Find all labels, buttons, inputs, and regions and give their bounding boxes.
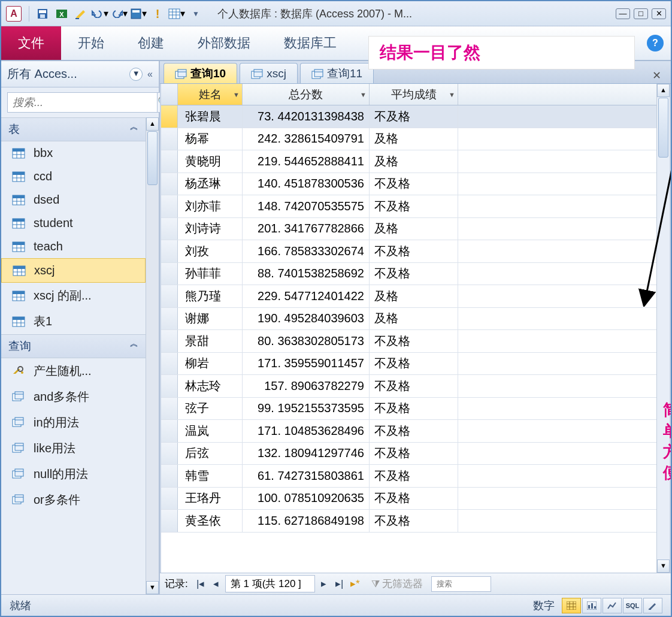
table-row[interactable]: 刘亦菲148. 742070535575不及格	[161, 195, 656, 218]
column-dropdown-icon[interactable]: ▼	[360, 91, 367, 98]
maximize-button[interactable]: □	[634, 8, 648, 19]
column-header-score[interactable]: 总分数▼	[243, 84, 370, 105]
cell-score[interactable]: 148. 742070535575	[243, 195, 370, 217]
table-row[interactable]: 黄圣依115. 627186849198不及格	[161, 510, 656, 533]
row-selector[interactable]	[161, 510, 178, 532]
document-tab[interactable]: 查询11	[300, 63, 374, 83]
column-dropdown-icon[interactable]: ▼	[233, 91, 240, 98]
cell-avg[interactable]: 不及格	[370, 195, 458, 217]
cell-avg[interactable]: 不及格	[370, 420, 458, 442]
cell-name[interactable]: 黄圣依	[178, 510, 243, 532]
cell-score[interactable]: 171. 104853628496	[243, 420, 370, 442]
datasheet-scroll-up-icon[interactable]: ▲	[657, 84, 670, 97]
cell-avg[interactable]: 不及格	[370, 105, 458, 128]
cell-score[interactable]: 80. 3638302805173	[243, 330, 370, 352]
table-row[interactable]: 刘诗诗201. 341767782866及格	[161, 218, 656, 241]
datasheet-scroll-thumb[interactable]	[658, 98, 668, 158]
table-row[interactable]: 韩雪61. 7427315803861不及格	[161, 465, 656, 488]
cell-avg[interactable]: 不及格	[370, 510, 458, 532]
row-selector[interactable]	[161, 128, 178, 150]
ribbon-file-tab[interactable]: 文件	[1, 26, 61, 60]
cell-name[interactable]: 张碧晨	[178, 105, 243, 128]
nav-group-header[interactable]: 查询︽	[1, 334, 146, 358]
table-row[interactable]: 黄晓明219. 544652888411及格	[161, 150, 656, 173]
row-selector[interactable]	[161, 330, 178, 352]
cell-avg[interactable]: 不及格	[370, 443, 458, 465]
cell-score[interactable]: 157. 89063782279	[243, 375, 370, 397]
row-selector[interactable]	[161, 443, 178, 465]
cell-score[interactable]: 99. 1952155373595	[243, 398, 370, 420]
table-row[interactable]: 后弦132. 180941297746不及格	[161, 443, 656, 465]
cell-score[interactable]: 171. 359559011457	[243, 353, 370, 375]
cell-avg[interactable]: 不及格	[370, 263, 458, 285]
row-selector[interactable]	[161, 353, 178, 375]
table-row[interactable]: 弦子99. 1952155373595不及格	[161, 398, 656, 421]
qat-excel-icon[interactable]: X	[53, 5, 70, 22]
nav-query-item[interactable]: and多条件	[1, 384, 146, 410]
table-row[interactable]: 谢娜190. 495284039603及格	[161, 308, 656, 331]
nav-table-item[interactable]: xscj 的副...	[1, 283, 146, 308]
cell-score[interactable]: 190. 495284039603	[243, 308, 370, 330]
qat-customize-icon[interactable]: ▼	[187, 5, 204, 22]
table-row[interactable]: 刘孜166. 785833302674不及格	[161, 240, 656, 263]
cell-avg[interactable]: 不及格	[370, 173, 458, 195]
nav-group-header[interactable]: 表︽	[1, 117, 146, 141]
nav-query-item[interactable]: in的用法	[1, 410, 146, 435]
cell-name[interactable]: 刘诗诗	[178, 218, 243, 240]
cell-name[interactable]: 刘孜	[178, 240, 243, 262]
cell-avg[interactable]: 不及格	[370, 398, 458, 420]
cell-name[interactable]: 温岚	[178, 420, 243, 442]
nav-scroll-down-icon[interactable]: ▼	[146, 581, 159, 594]
cell-avg[interactable]: 及格	[370, 308, 458, 330]
cell-score[interactable]: 242. 328615409791	[243, 128, 370, 150]
cell-name[interactable]: 柳岩	[178, 353, 243, 375]
cell-score[interactable]: 100. 078510920635	[243, 488, 370, 510]
select-all-corner[interactable]	[161, 84, 178, 105]
cell-name[interactable]: 刘亦菲	[178, 195, 243, 217]
nav-table-item[interactable]: xscj	[1, 258, 146, 283]
qat-table-icon[interactable]: ▾	[168, 5, 185, 22]
cell-name[interactable]: 王珞丹	[178, 488, 243, 510]
view-sql-icon[interactable]: SQL	[623, 598, 642, 613]
cell-name[interactable]: 韩雪	[178, 465, 243, 487]
cell-name[interactable]: 孙菲菲	[178, 263, 243, 285]
cell-avg[interactable]: 不及格	[370, 353, 458, 375]
qat-save-icon[interactable]	[34, 5, 51, 22]
table-row[interactable]: 张碧晨73. 4420131398438不及格	[161, 105, 656, 128]
row-selector[interactable]	[161, 375, 178, 397]
cell-score[interactable]: 219. 544652888411	[243, 150, 370, 173]
cell-score[interactable]: 201. 341767782866	[243, 218, 370, 240]
document-tab[interactable]: 查询10	[164, 63, 237, 83]
cell-score[interactable]: 140. 451878300536	[243, 173, 370, 195]
cell-name[interactable]: 杨丞琳	[178, 173, 243, 195]
row-selector[interactable]	[161, 398, 178, 420]
row-selector[interactable]	[161, 218, 178, 240]
row-selector[interactable]	[161, 150, 178, 173]
record-prev-icon[interactable]: ◂	[210, 577, 223, 591]
cell-avg[interactable]: 不及格	[370, 465, 458, 487]
table-row[interactable]: 景甜80. 3638302805173不及格	[161, 330, 656, 353]
record-search-input[interactable]	[431, 576, 491, 592]
cell-score[interactable]: 88. 7401538258692	[243, 263, 370, 285]
nav-scroll-up-icon[interactable]: ▲	[146, 117, 159, 131]
nav-table-item[interactable]: ccd	[1, 165, 146, 188]
cell-score[interactable]: 166. 785833302674	[243, 240, 370, 262]
nav-table-item[interactable]: bbx	[1, 141, 146, 165]
row-selector[interactable]	[161, 263, 178, 285]
view-chart-icon[interactable]	[603, 598, 622, 613]
nav-query-item[interactable]: null的用法	[1, 461, 146, 487]
ribbon-tab-external[interactable]: 外部数据	[181, 26, 267, 60]
nav-scroll-thumb[interactable]	[147, 131, 158, 185]
cell-score[interactable]: 61. 7427315803861	[243, 465, 370, 487]
nav-collapse-icon[interactable]: «	[147, 69, 153, 80]
cell-name[interactable]: 林志玲	[178, 375, 243, 397]
view-pivot-icon[interactable]	[582, 598, 601, 613]
cell-avg[interactable]: 不及格	[370, 330, 458, 352]
nav-table-item[interactable]: teach	[1, 235, 146, 258]
cell-name[interactable]: 景甜	[178, 330, 243, 352]
qat-undo-icon[interactable]: ▾	[92, 5, 108, 22]
nav-table-item[interactable]: 表1	[1, 308, 146, 334]
nav-query-item[interactable]: like用法	[1, 435, 146, 461]
table-row[interactable]: 孙菲菲88. 7401538258692不及格	[161, 263, 656, 286]
cell-score[interactable]: 115. 627186849198	[243, 510, 370, 532]
